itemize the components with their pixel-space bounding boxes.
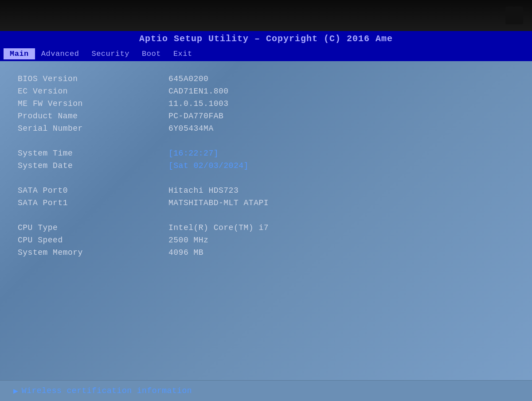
cpu-speed-row: CPU Speed 2500 MHz [18, 236, 514, 245]
nav-boot[interactable]: Boot [136, 48, 167, 59]
me-fw-version-value: 11.0.15.1003 [168, 99, 229, 108]
system-memory-row: System Memory 4096 MB [18, 248, 514, 257]
gap-1 [18, 136, 514, 149]
bios-version-value: 645A0200 [168, 74, 208, 83]
wireless-arrow-icon: ▶ [13, 386, 18, 396]
nav-security[interactable]: Security [85, 48, 136, 59]
nav-main[interactable]: Main [4, 48, 35, 59]
product-name-value: PC-DA770FAB [168, 112, 223, 121]
serial-number-label: Serial Number [18, 124, 168, 133]
wireless-certification-bar[interactable]: ▶ Wireless certification information [0, 380, 532, 401]
cpu-type-value: Intel(R) Core(TM) i7 [168, 223, 269, 232]
system-date-value[interactable]: [Sat 02/03/2024] [168, 161, 249, 170]
system-date-label: System Date [18, 161, 168, 170]
bios-version-row: BIOS Version 645A0200 [18, 74, 514, 83]
content-area: BIOS Version 645A0200 EC Version CAD71EN… [0, 61, 532, 380]
ec-version-value: CAD71EN1.800 [168, 87, 229, 96]
cpu-type-row: CPU Type Intel(R) Core(TM) i7 [18, 223, 514, 232]
product-name-row: Product Name PC-DA770FAB [18, 112, 514, 121]
sata-port0-row: SATA Port0 Hitachi HDS723 [18, 186, 514, 195]
cpu-speed-value: 2500 MHz [168, 236, 208, 245]
serial-number-value: 6Y05434MA [168, 124, 214, 133]
bios-version-label: BIOS Version [18, 74, 168, 83]
title-bar: Aptio Setup Utility – Copyright (C) 2016… [0, 31, 532, 47]
nav-bar: Main Advanced Security Boot Exit [0, 47, 532, 61]
nav-advanced[interactable]: Advanced [35, 48, 86, 59]
sata-port0-value: Hitachi HDS723 [168, 186, 239, 195]
sata-port0-label: SATA Port0 [18, 186, 168, 195]
cpu-speed-label: CPU Speed [18, 236, 168, 245]
me-fw-version-row: ME FW Version 11.0.15.1003 [18, 99, 514, 108]
system-time-value[interactable]: [16:22:27] [168, 149, 219, 158]
product-name-label: Product Name [18, 112, 168, 121]
system-date-row: System Date [Sat 02/03/2024] [18, 161, 514, 170]
sata-port1-value: MATSHITABD-MLT ATAPI [168, 199, 269, 207]
cpu-type-label: CPU Type [18, 223, 168, 232]
ec-version-row: EC Version CAD71EN1.800 [18, 87, 514, 96]
gap-2 [18, 174, 514, 186]
top-bezel [0, 0, 532, 31]
nav-exit[interactable]: Exit [167, 48, 199, 59]
bios-screen: Aptio Setup Utility – Copyright (C) 2016… [0, 31, 532, 401]
system-time-label: System Time [18, 149, 168, 158]
sata-port1-label: SATA Port1 [18, 199, 168, 207]
gap-3 [18, 211, 514, 223]
sata-port1-row: SATA Port1 MATSHITABD-MLT ATAPI [18, 199, 514, 207]
me-fw-version-label: ME FW Version [18, 99, 168, 108]
ec-version-label: EC Version [18, 87, 168, 96]
system-time-row: System Time [16:22:27] [18, 149, 514, 158]
system-memory-value: 4096 MB [168, 248, 203, 257]
system-memory-label: System Memory [18, 248, 168, 257]
camera [505, 7, 523, 24]
wireless-certification-text: Wireless certification information [22, 386, 192, 395]
serial-number-row: Serial Number 6Y05434MA [18, 124, 514, 133]
